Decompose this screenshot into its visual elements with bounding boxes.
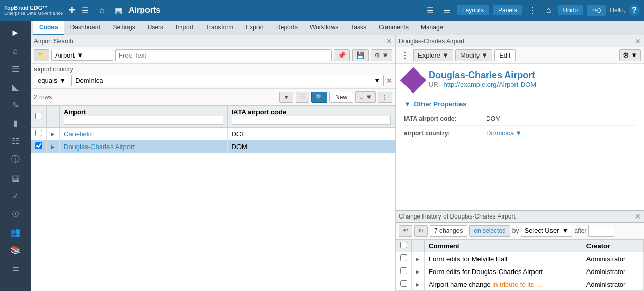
pin-button[interactable]: 📌	[334, 49, 350, 61]
nav-check[interactable]: ✓	[0, 188, 31, 204]
undo-button[interactable]: Undo	[557, 5, 583, 16]
nav-grid[interactable]: ▦	[0, 170, 31, 186]
row2-checkbox[interactable]	[35, 142, 42, 149]
filter-op-chevron-icon: ▼	[59, 77, 66, 84]
ch-row3-comment-cell: Airport name change in tribute to its ..…	[425, 278, 582, 291]
ch-user-select[interactable]: Select User ▼	[521, 225, 572, 237]
search-settings-button[interactable]: ⚙ ▼	[371, 49, 392, 61]
more-options-button[interactable]: ⋮	[378, 92, 392, 103]
row2-expand-arrow[interactable]: ▶	[51, 144, 55, 150]
add-icon[interactable]: +	[69, 4, 76, 17]
more-options-icon[interactable]: ⋮	[526, 4, 540, 17]
left-panel-title: Airport Search	[34, 38, 73, 45]
tab-import[interactable]: Import	[170, 21, 199, 35]
grid-icon[interactable]: ▦	[112, 4, 125, 17]
menu-icon[interactable]: ☰	[79, 4, 92, 17]
folder-button[interactable]: 📁	[34, 49, 49, 61]
tab-manage[interactable]: Manage	[415, 21, 449, 35]
ch-row2-creator-cell: Administrator	[582, 265, 643, 278]
ch-after-input[interactable]	[588, 225, 614, 237]
ch-undo-button[interactable]: ↶	[399, 225, 412, 237]
filter-icon-button[interactable]: ▼	[279, 92, 293, 103]
ch-select-all-checkbox[interactable]	[400, 242, 407, 248]
search-button[interactable]: 🔍	[311, 92, 327, 103]
airport-filter-input[interactable]	[64, 116, 223, 125]
tab-transform[interactable]: Transform	[199, 21, 240, 35]
select-all-checkbox[interactable]	[35, 113, 42, 119]
panels-button[interactable]: Panels	[492, 5, 523, 16]
right-panel-close-icon[interactable]: ✕	[635, 37, 641, 45]
ch-row1-expand-arrow[interactable]: ▶	[416, 256, 420, 262]
tab-codes[interactable]: Codes	[33, 21, 64, 35]
nav-home[interactable]: ⌂	[0, 44, 31, 59]
nav-users[interactable]: 👥	[0, 224, 31, 240]
nav-collapse-arrow[interactable]: ►	[8, 25, 23, 42]
right-panel-top: Douglas-Charles Airport ✕ ⋮ Explore ▼ Mo…	[396, 35, 644, 210]
rp-settings-icon: ⚙	[623, 51, 629, 59]
columns-button[interactable]: ☷	[296, 92, 309, 103]
ch-row2-checkbox[interactable]	[400, 267, 407, 274]
explore-button[interactable]: Explore ▼	[413, 49, 453, 61]
tab-settings[interactable]: Settings	[106, 21, 141, 35]
tab-reports[interactable]: Reports	[270, 21, 304, 35]
ch-row: ▶ Form edits for Douglas-Charles Airport…	[396, 265, 644, 278]
rp-dots-icon[interactable]: ⋮	[399, 50, 411, 60]
nav-book[interactable]: 📚	[0, 242, 31, 258]
iata-filter-input[interactable]	[232, 116, 391, 125]
ch-row3-expand-arrow[interactable]: ▶	[416, 282, 420, 287]
modify-button[interactable]: Modify ▼	[455, 49, 492, 61]
nav-info[interactable]: ⓘ	[0, 151, 31, 168]
ch-row1-checkbox[interactable]	[400, 254, 407, 261]
export-icon: ⇓	[359, 93, 364, 101]
nav-list[interactable]: ☷	[0, 133, 31, 149]
nav-pencil[interactable]: ✎	[0, 97, 31, 113]
nav-globe[interactable]: ☉	[0, 206, 31, 222]
redo-button[interactable]: ↷0	[586, 5, 606, 16]
row2-airport-link[interactable]: Douglas-Charles Airport	[64, 143, 135, 151]
table-row: ▶ Douglas-Charles Airport DOM	[31, 140, 395, 153]
filter-remove-button[interactable]: ✕	[386, 77, 392, 85]
filter-value-select[interactable]: Dominica ▼	[71, 75, 384, 86]
star-icon[interactable]: ☆	[95, 4, 108, 17]
tab-comments[interactable]: Comments	[373, 21, 415, 35]
ch-refresh-button[interactable]: ↻	[414, 225, 428, 237]
free-text-input[interactable]	[115, 49, 332, 61]
row1-airport-link[interactable]: Canefield	[64, 130, 92, 138]
tab-workflows[interactable]: Workflows	[304, 21, 344, 35]
card-view-icon[interactable]: ⚌	[440, 4, 453, 17]
tab-export[interactable]: Export	[240, 21, 270, 35]
uri-link[interactable]: http://example.org/Airport-DOM	[444, 81, 537, 88]
nav-bar-chart[interactable]: ▮	[0, 115, 31, 131]
ch-row2-expand-arrow[interactable]: ▶	[416, 269, 420, 275]
ch-th-select[interactable]	[396, 240, 412, 252]
home-icon[interactable]: ⌂	[543, 4, 555, 17]
save-button[interactable]: 💾	[352, 49, 369, 61]
filter-op-select[interactable]: equals ▼	[34, 75, 69, 86]
nav-list-alt[interactable]: ≣	[0, 260, 31, 276]
row1-code-cell: DCF	[227, 128, 395, 140]
tab-users[interactable]: Users	[141, 21, 170, 35]
prop-value-country-link[interactable]: Dominica ▼	[486, 129, 522, 137]
row1-checkbox[interactable]	[35, 130, 42, 136]
export-button[interactable]: ⇓ ▼	[355, 91, 376, 103]
page-title: Airports	[128, 6, 160, 15]
nav-layers[interactable]: ☰	[0, 61, 31, 77]
left-panel-close-icon[interactable]: ✕	[386, 37, 392, 45]
type-select[interactable]: Airport ▼	[51, 50, 113, 61]
tab-tasks[interactable]: Tasks	[344, 21, 373, 35]
nav-chart[interactable]: ◣	[0, 79, 31, 95]
ch-close-icon[interactable]: ✕	[635, 212, 641, 221]
layouts-button[interactable]: Layouts	[456, 5, 489, 16]
row1-expand-arrow[interactable]: ▶	[51, 131, 55, 137]
edit-button[interactable]: Edit	[494, 49, 515, 61]
section-toggle[interactable]: ▼ Other Properties	[404, 100, 636, 108]
tab-dashboard[interactable]: Dashboard	[64, 21, 107, 35]
help-icon[interactable]: ?	[629, 5, 640, 16]
th-select-all[interactable]	[31, 106, 47, 128]
rp-settings-button[interactable]: ⚙ ▼	[619, 49, 641, 61]
list-view-icon[interactable]: ☰	[424, 4, 437, 17]
new-button[interactable]: New	[329, 92, 353, 103]
filter-row: airport country equals ▼ Dominica ▼ ✕	[31, 64, 395, 89]
ch-row3-checkbox[interactable]	[400, 280, 407, 287]
ch-on-selected-button[interactable]: on selected	[469, 225, 510, 237]
